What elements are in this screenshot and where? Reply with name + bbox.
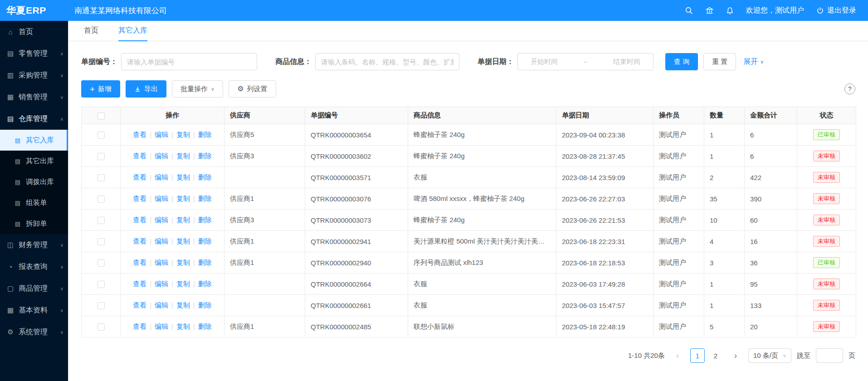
action-copy[interactable]: 复制 <box>176 216 190 224</box>
sidebar-item-retail[interactable]: ▤ 零售管理 ∨ <box>0 43 68 64</box>
action-copy[interactable]: 复制 <box>176 301 190 309</box>
action-edit[interactable]: 编辑 <box>155 195 168 202</box>
action-separator: | <box>193 322 195 330</box>
pagination: 1-10 共20条 ‹ 12 › 10 条/页 ∨ 跳至 页 <box>81 348 855 363</box>
action-copy[interactable]: 复制 <box>176 280 190 288</box>
help-icon[interactable]: ? <box>844 83 855 94</box>
action-delete[interactable]: 删除 <box>198 280 212 288</box>
row-checkbox[interactable] <box>98 238 105 245</box>
sidebar-subitem-transfer-out[interactable]: ▤ 调拨出库 <box>0 171 68 192</box>
warehouse-submenu: ▤ 其它入库 ▤ 其它出库 ▤ 调拨出库 ▤ 组装单 ▤ 拆卸单 <box>0 130 68 234</box>
sidebar-item-warehouse[interactable]: ▤ 仓库管理 ∧ <box>0 108 68 130</box>
goods-info-input[interactable] <box>315 53 459 70</box>
action-edit[interactable]: 编辑 <box>155 280 168 288</box>
action-delete[interactable]: 删除 <box>198 322 212 330</box>
column-settings-button[interactable]: ⚙ 列设置 <box>229 80 276 98</box>
action-edit[interactable]: 编辑 <box>155 131 168 138</box>
sidebar-item-sales[interactable]: ▦ 销售管理 ∨ <box>0 86 68 108</box>
chevron-icon: ∨ <box>60 51 63 56</box>
next-page-button[interactable]: › <box>728 348 743 363</box>
search-icon[interactable] <box>685 6 693 15</box>
row-checkbox[interactable] <box>98 174 105 181</box>
sidebar-item-system[interactable]: ⚙ 系统管理 ∨ <box>0 321 68 343</box>
action-delete[interactable]: 删除 <box>198 195 212 202</box>
sidebar-item-purchase[interactable]: ▥ 采购管理 ∨ <box>0 64 68 86</box>
page-button-1[interactable]: 1 <box>690 348 705 363</box>
action-delete[interactable]: 删除 <box>198 259 212 266</box>
row-checkbox[interactable] <box>98 302 105 309</box>
row-actions: 查看|编辑|复制|删除 <box>121 231 224 252</box>
action-view[interactable]: 查看 <box>133 301 146 309</box>
action-view[interactable]: 查看 <box>133 173 146 181</box>
expand-toggle[interactable]: 展开 ∨ <box>743 57 764 67</box>
sidebar-item-report[interactable]: ◔ 报表查询 ∨ <box>0 256 68 278</box>
bell-icon[interactable] <box>726 6 734 15</box>
action-delete[interactable]: 删除 <box>198 237 212 245</box>
bill-no-input[interactable] <box>121 53 257 70</box>
action-edit[interactable]: 编辑 <box>155 173 168 181</box>
action-delete[interactable]: 删除 <box>198 131 212 138</box>
reset-button[interactable]: 重 置 <box>703 53 736 70</box>
export-button[interactable]: 导出 <box>126 80 166 98</box>
action-view[interactable]: 查看 <box>133 131 146 138</box>
cell-status: 未审核 <box>797 274 856 295</box>
search-button[interactable]: 查 询 <box>665 53 698 70</box>
row-checkbox[interactable] <box>98 323 105 331</box>
tab-other-inbound[interactable]: 其它入库 <box>118 21 147 41</box>
action-edit[interactable]: 编辑 <box>155 301 168 309</box>
action-delete[interactable]: 删除 <box>198 152 212 160</box>
row-checkbox[interactable] <box>98 132 105 139</box>
cell-status: 已审核 <box>797 252 856 274</box>
prev-page-button[interactable]: ‹ <box>670 348 685 363</box>
action-copy[interactable]: 复制 <box>176 259 190 266</box>
action-delete[interactable]: 删除 <box>198 301 212 309</box>
action-view[interactable]: 查看 <box>133 216 146 224</box>
sidebar-item-home[interactable]: ⌂ 首页 <box>0 21 68 43</box>
row-checkbox[interactable] <box>98 217 105 224</box>
sidebar-item-finance[interactable]: ◫ 财务管理 ∨ <box>0 234 68 256</box>
action-copy[interactable]: 复制 <box>176 131 190 138</box>
select-all-checkbox[interactable] <box>98 112 105 120</box>
sidebar-item-goods[interactable]: ▢ 商品管理 ∨ <box>0 278 68 299</box>
date-range-picker[interactable]: 开始时间 ~ 结束时间 <box>517 53 653 70</box>
row-checkbox[interactable] <box>98 259 105 267</box>
action-edit[interactable]: 编辑 <box>155 259 168 266</box>
cell-amount: 6 <box>745 146 797 167</box>
action-edit[interactable]: 编辑 <box>155 237 168 245</box>
export-button-label: 导出 <box>144 85 158 93</box>
action-view[interactable]: 查看 <box>133 237 146 245</box>
sidebar-subitem-other-outbound[interactable]: ▤ 其它出库 <box>0 151 68 171</box>
tab-home[interactable]: 首页 <box>84 21 98 41</box>
action-copy[interactable]: 复制 <box>176 152 190 160</box>
action-copy[interactable]: 复制 <box>176 322 190 330</box>
bank-icon[interactable] <box>705 6 714 15</box>
sidebar-subitem-other-inbound[interactable]: ▤ 其它入库 <box>0 130 68 151</box>
action-copy[interactable]: 复制 <box>176 195 190 202</box>
action-view[interactable]: 查看 <box>133 195 146 202</box>
page-button-2[interactable]: 2 <box>708 348 723 363</box>
batch-actions-button[interactable]: 批量操作 ∨ <box>172 80 223 98</box>
logout-button[interactable]: 退出登录 <box>816 6 856 15</box>
action-edit[interactable]: 编辑 <box>155 216 168 224</box>
action-delete[interactable]: 删除 <box>198 173 212 181</box>
action-edit[interactable]: 编辑 <box>155 322 168 330</box>
action-copy[interactable]: 复制 <box>176 237 190 245</box>
sidebar-item-basic[interactable]: ▦ 基本资料 ∨ <box>0 299 68 321</box>
cell-goods: 蜂蜜柚子茶 240g <box>408 124 556 146</box>
row-checkbox[interactable] <box>98 195 105 203</box>
row-checkbox[interactable] <box>98 153 105 160</box>
add-button[interactable]: + 新增 <box>81 80 120 98</box>
action-view[interactable]: 查看 <box>133 259 146 266</box>
row-checkbox[interactable] <box>98 281 105 288</box>
action-view[interactable]: 查看 <box>133 280 146 288</box>
action-edit[interactable]: 编辑 <box>155 152 168 160</box>
action-view[interactable]: 查看 <box>133 152 146 160</box>
jump-page-input[interactable] <box>816 348 843 363</box>
menu-icon: ▤ <box>6 115 15 123</box>
action-copy[interactable]: 复制 <box>176 173 190 181</box>
sidebar-subitem-disassemble[interactable]: ▤ 拆卸单 <box>0 213 68 234</box>
sidebar-subitem-assemble[interactable]: ▤ 组装单 <box>0 192 68 213</box>
page-size-select[interactable]: 10 条/页 ∨ <box>748 348 791 363</box>
action-delete[interactable]: 删除 <box>198 216 212 224</box>
action-view[interactable]: 查看 <box>133 322 146 330</box>
